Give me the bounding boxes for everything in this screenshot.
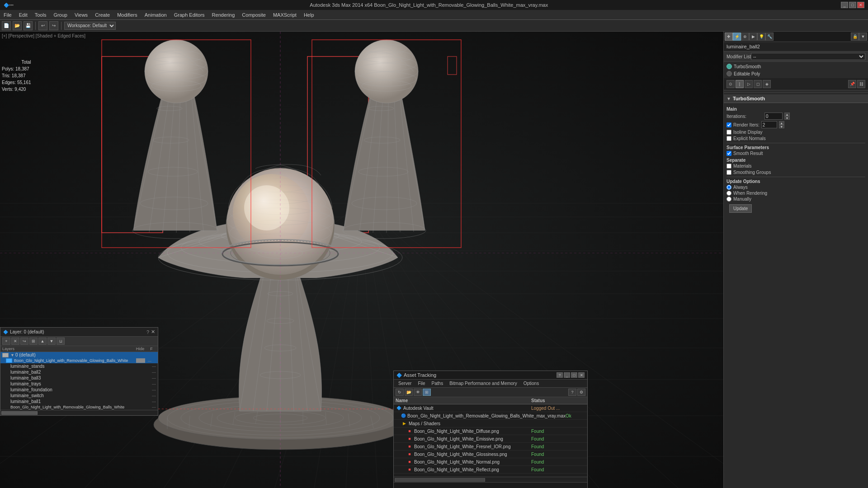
layer-expand-icon[interactable]: ▼ [10, 353, 14, 357]
panel-tab-icons[interactable]: ✚ ⚡ ⊕ ▶ 💡 🔧 🔒 ▼ [724, 32, 868, 42]
asset-row[interactable]: ■ Boon_Glo_Night_Light_White_Fresnel_IOR… [394, 443, 587, 450]
layer-hide-toggle[interactable] [136, 358, 145, 363]
asset-menu-server[interactable]: Server [396, 380, 414, 386]
save-button[interactable]: 💾 [24, 21, 33, 30]
viewport[interactable]: [+] [Perspective] [Shaded + Edged Faces]… [0, 32, 723, 488]
layer-merge-button[interactable]: ⊔ [57, 338, 65, 345]
maximize-button[interactable]: □ [849, 2, 856, 8]
iterations-input[interactable] [764, 113, 783, 120]
sub-element-icon[interactable]: ◈ [763, 80, 771, 88]
layer-move-button[interactable]: ▲ [38, 338, 47, 345]
asset-window-controls[interactable]: ? _ □ ✕ [557, 372, 585, 378]
asset-row[interactable]: ■ Boon_Glo_Night_Light_White_Diffuse.png… [394, 427, 587, 435]
turbosmooth-header[interactable]: ▼ TurboSmooth [724, 94, 868, 103]
menu-create[interactable]: Create [91, 11, 113, 19]
asset-row[interactable]: ■ Boon_Glo_Night_Light_White_Emissive.pn… [394, 435, 587, 443]
menu-views[interactable]: Views [71, 11, 91, 19]
window-controls[interactable]: _ □ ✕ [841, 2, 864, 8]
modifier-turbosmooth[interactable]: TurboSmooth [725, 63, 867, 70]
layer-item[interactable]: luminaire_trays — [0, 381, 158, 387]
asset-help-icon[interactable]: ? [568, 389, 576, 396]
layer-new-button[interactable]: + [2, 338, 10, 345]
explicit-normals-checkbox[interactable] [726, 136, 731, 141]
panel-tab-modify[interactable]: ⚡ [733, 33, 741, 41]
render-iters-checkbox[interactable] [726, 122, 731, 127]
layer-item[interactable]: luminaire_ball3 — [0, 375, 158, 381]
when-rendering-radio[interactable] [726, 191, 731, 196]
modifier-bulb-editablepoly[interactable] [726, 71, 732, 76]
layer-render-toggle[interactable]: — [148, 359, 156, 363]
asset-scrollbar[interactable] [394, 477, 587, 482]
open-button[interactable]: 📂 [13, 21, 22, 30]
sub-poly-icon[interactable]: ◻ [754, 80, 762, 88]
layer-select-objects-button[interactable]: ⊞ [29, 338, 38, 345]
layer-item[interactable]: luminaire_foundation — [0, 387, 158, 393]
layer-add-selection-button[interactable]: ↪ [20, 338, 28, 345]
panel-lock-icon[interactable]: 🔒 [851, 33, 859, 41]
asset-close-button[interactable]: ✕ [578, 372, 585, 378]
menu-group[interactable]: Group [50, 11, 71, 19]
asset-menu-file[interactable]: File [415, 380, 428, 386]
menu-edit[interactable]: Edit [15, 11, 31, 19]
menu-help[interactable]: Help [300, 11, 318, 19]
asset-find-button[interactable]: 📂 [405, 389, 413, 396]
layer-delete-button[interactable]: ✕ [11, 338, 19, 345]
close-button[interactable]: ✕ [857, 2, 864, 8]
layer-toolbar[interactable]: + ✕ ↪ ⊞ ▲ ▼ ⊔ [0, 337, 158, 346]
asset-row[interactable]: ■ Boon_Glo_Night_Light_White_Normal.png … [394, 458, 587, 466]
menu-tools[interactable]: Tools [31, 11, 50, 19]
asset-row[interactable]: 🔷 Autodesk Vault Logged Out ... [394, 404, 587, 412]
sub-object-icons[interactable]: ⊙ | ▷ ◻ ◈ 📌 ⛓ [724, 78, 868, 90]
asset-maximize-button[interactable]: □ [571, 372, 577, 378]
undo-button[interactable]: ↩ [38, 21, 47, 30]
asset-menu-bitmap-perf[interactable]: Bitmap Performance and Memory [447, 380, 520, 386]
menu-animation[interactable]: Animation [141, 11, 170, 19]
asset-table-body[interactable]: 🔷 Autodesk Vault Logged Out ... 🔵 Boon_G… [394, 404, 587, 477]
asset-refresh-button[interactable]: ↻ [396, 389, 404, 396]
iterations-spinner[interactable]: ▲ ▼ [784, 113, 790, 120]
panel-tab-hierarchy[interactable]: ⊕ [741, 33, 749, 41]
asset-menu-options[interactable]: Options [521, 380, 542, 386]
panel-tab-display[interactable]: 💡 [757, 33, 765, 41]
iterations-up[interactable]: ▲ [784, 113, 790, 116]
panel-tab-motion[interactable]: ▶ [749, 33, 757, 41]
pin-icon[interactable]: 📌 [848, 80, 856, 88]
always-radio[interactable] [726, 185, 731, 190]
menu-graph-editors[interactable]: Graph Editors [170, 11, 208, 19]
sub-edge-icon[interactable]: | [736, 80, 744, 88]
menu-modifiers[interactable]: Modifiers [113, 11, 141, 19]
menu-maxscript[interactable]: MAXScript [269, 11, 300, 19]
layer-item[interactable]: luminaire_stands — [0, 363, 158, 369]
materials-checkbox[interactable] [726, 164, 731, 169]
layer-item[interactable]: Boon_Glo_Night_Light_with_Removable_Glow… [0, 358, 158, 363]
layer-item[interactable]: luminaire_switch — [0, 393, 158, 399]
unlink-icon[interactable]: ⛓ [857, 80, 865, 88]
asset-scroll-thumb[interactable] [395, 478, 485, 482]
panel-tab-utilities[interactable]: 🔧 [765, 33, 774, 41]
asset-view-button[interactable]: 👁 [414, 389, 422, 396]
redo-button[interactable]: ↪ [49, 21, 58, 30]
layer-close-button[interactable]: ✕ [151, 329, 155, 335]
menu-composite[interactable]: Composite [238, 11, 269, 19]
layer-item[interactable]: luminaire_ball2 — [0, 369, 158, 375]
modifier-editablepoly[interactable]: Editable Poly [725, 70, 867, 77]
asset-row[interactable]: ■ Boon_Glo_Night_Light_White_Reflect.png… [394, 466, 587, 474]
panel-settings-icon[interactable]: ▼ [859, 33, 867, 41]
asset-row[interactable]: ▶ Maps / Shaders [394, 420, 587, 427]
asset-row[interactable]: ■ Boon_Glo_Night_Light_White_Glossiness.… [394, 450, 587, 458]
panel-tab-create[interactable]: ✚ [725, 33, 733, 41]
modifier-bulb-turbosmooth[interactable] [726, 64, 732, 69]
layer-item[interactable]: luminaire_ball1 — [0, 399, 158, 404]
workspace-dropdown[interactable]: Workspace: Default [64, 22, 116, 30]
layer-scrollbar[interactable] [0, 410, 158, 415]
sub-border-icon[interactable]: ▷ [745, 80, 753, 88]
layer-scroll-thumb[interactable] [1, 411, 38, 415]
layer-move-down-button[interactable]: ▼ [47, 338, 56, 345]
ts-collapse-arrow[interactable]: ▼ [726, 96, 731, 101]
asset-minimize-button[interactable]: _ [564, 372, 570, 378]
minimize-button[interactable]: _ [841, 2, 848, 8]
new-button[interactable]: 📄 [2, 21, 11, 30]
render-iters-spinner[interactable]: ▲ ▼ [779, 121, 784, 128]
update-button[interactable]: Update [729, 204, 752, 213]
asset-settings-icon[interactable]: ⚙ [577, 389, 585, 396]
